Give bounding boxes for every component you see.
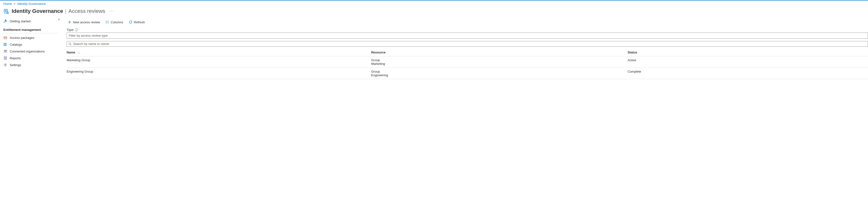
column-header-status[interactable]: Status (627, 48, 868, 56)
resource-type: Group (371, 70, 625, 73)
collapse-sidebar-icon[interactable]: « (58, 17, 60, 21)
resource-name: Engineering (371, 73, 625, 77)
svg-point-12 (6, 50, 6, 51)
main-content: New access review Columns (62, 17, 868, 79)
people-icon (3, 49, 7, 53)
breadcrumb-identity-governance[interactable]: Identity Governance (18, 2, 46, 6)
toolbar-label: Columns (111, 21, 123, 24)
identity-governance-icon (3, 8, 9, 14)
refresh-button[interactable]: Refresh (128, 20, 146, 25)
resource-type: Group (371, 58, 625, 62)
svg-line-5 (8, 13, 9, 14)
sidebar: « Getting started Entitlement management… (0, 17, 62, 79)
sidebar-item-label: Connected organizations (10, 50, 45, 53)
page-header: Identity Governance | Access reviews ··· (0, 6, 868, 17)
catalog-icon (3, 42, 7, 46)
column-label: Status (627, 51, 637, 54)
sidebar-item-catalogs[interactable]: Catalogs (0, 41, 62, 48)
column-header-resource[interactable]: Resource (371, 48, 627, 56)
cell-resource: Group Engineering (371, 68, 627, 79)
gear-icon (3, 63, 7, 67)
search-input[interactable] (73, 42, 866, 46)
sidebar-item-reports[interactable]: Reports (0, 55, 62, 61)
svg-rect-10 (5, 43, 6, 46)
svg-rect-0 (4, 9, 7, 13)
plus-icon (68, 20, 71, 24)
more-actions-icon[interactable]: ··· (110, 9, 114, 13)
table-row[interactable]: Engineering Group Group Engineering Comp… (67, 68, 868, 79)
svg-point-6 (5, 21, 6, 21)
toolbar-label: New access review (73, 21, 100, 24)
breadcrumb-separator: > (13, 2, 17, 6)
sidebar-item-label: Reports (10, 56, 21, 60)
title-separator: | (63, 8, 68, 14)
sort-icon: ↑↓ (78, 51, 80, 54)
sidebar-item-connected-organizations[interactable]: Connected organizations (0, 48, 62, 55)
sidebar-item-access-packages[interactable]: Access packages (0, 34, 62, 41)
search-icon (68, 42, 72, 46)
table-row[interactable]: Marketing Group Group Marketing Active (67, 56, 868, 68)
cell-name: Marketing Group (67, 56, 371, 68)
reports-icon (3, 56, 7, 60)
type-filter-input[interactable] (67, 33, 868, 39)
breadcrumb: Home > Identity Governance (0, 0, 868, 6)
sidebar-item-getting-started[interactable]: Getting started (0, 18, 62, 25)
info-icon[interactable]: i (75, 28, 78, 31)
new-access-review-button[interactable]: New access review (67, 20, 101, 25)
page-title: Identity Governance (12, 8, 63, 14)
package-icon (3, 36, 7, 40)
sidebar-item-label: Catalogs (10, 43, 22, 46)
columns-button[interactable]: Columns (104, 20, 124, 25)
sidebar-item-label: Settings (10, 63, 21, 67)
cell-status: Complete (627, 68, 868, 79)
refresh-icon (129, 20, 132, 24)
columns-icon (105, 20, 109, 24)
svg-rect-13 (4, 57, 6, 60)
sidebar-item-label: Access packages (10, 36, 34, 40)
column-label: Resource (371, 51, 385, 54)
svg-rect-7 (4, 37, 7, 39)
toolbar-label: Refresh (134, 21, 145, 24)
resource-name: Marketing (371, 62, 625, 66)
cell-name: Engineering Group (67, 68, 371, 79)
svg-line-26 (71, 44, 71, 45)
type-label-text: Type (67, 28, 73, 32)
rocket-icon (3, 19, 7, 23)
svg-point-16 (5, 64, 6, 65)
sidebar-item-settings[interactable]: Settings (0, 61, 62, 68)
column-label: Name (67, 51, 75, 54)
sidebar-item-label: Getting started (10, 20, 30, 23)
cell-status: Active (627, 56, 868, 68)
svg-point-11 (4, 50, 5, 51)
search-box[interactable] (67, 41, 868, 46)
breadcrumb-home[interactable]: Home (3, 2, 12, 6)
svg-rect-9 (4, 43, 5, 46)
page-subtitle: Access reviews (68, 8, 105, 14)
sidebar-section-entitlement: Entitlement management (3, 25, 59, 33)
toolbar: New access review Columns (67, 19, 868, 28)
column-header-name[interactable]: Name ↑↓ (67, 48, 371, 56)
svg-point-25 (69, 43, 71, 45)
type-filter-label: Type i (67, 28, 868, 32)
cell-resource: Group Marketing (371, 56, 627, 68)
access-reviews-table: Name ↑↓ Resource Status Marketing Group … (67, 48, 868, 79)
